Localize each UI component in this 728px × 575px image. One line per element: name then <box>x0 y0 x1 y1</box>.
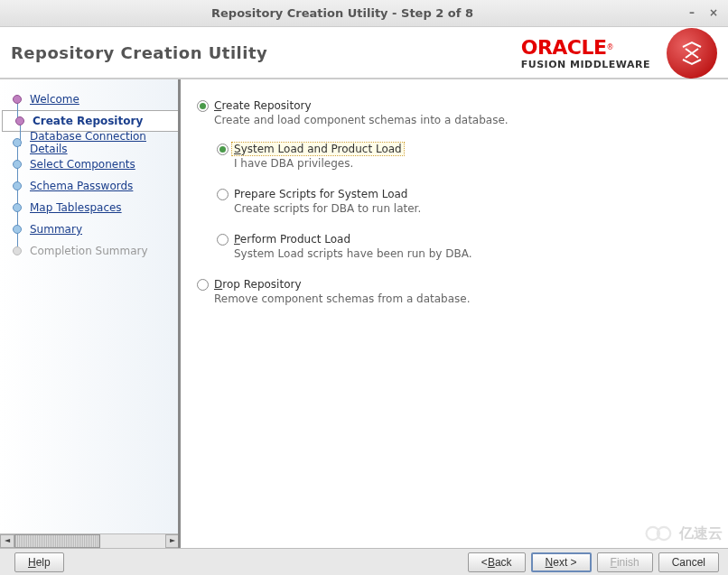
radio-icon <box>197 279 209 291</box>
step-label: Select Components <box>30 158 135 171</box>
oracle-circle-icon <box>667 28 717 79</box>
header-title: Repository Creation Utility <box>11 43 267 62</box>
step-bullet-icon <box>13 95 22 104</box>
step-label: Database Connection Details <box>30 130 180 155</box>
step-label: Schema Passwords <box>30 180 133 192</box>
help-button[interactable]: Help <box>14 552 64 572</box>
footer: Help < Back Next > Finish Cancel <box>0 548 728 575</box>
radio-icon <box>217 189 229 200</box>
radio-icon <box>217 144 229 155</box>
scroll-left-icon[interactable]: ◄ <box>0 534 14 548</box>
scrollbar-thumb[interactable] <box>14 534 100 548</box>
step-database-connection-details[interactable]: Database Connection Details <box>0 132 180 153</box>
drop-repository-desc: Remove component schemas from a database… <box>214 292 712 305</box>
option-label: Prepare Scripts for System Load <box>234 188 407 200</box>
radio-drop-repository[interactable]: Drop Repository <box>197 278 712 291</box>
option-desc: System Load scripts have been run by DBA… <box>234 247 712 260</box>
oracle-subtitle: FUSION MIDDLEWARE <box>521 59 650 70</box>
finish-button: Finish <box>597 552 653 572</box>
window-title: Repository Creation Utility - Step 2 of … <box>7 6 677 20</box>
minimize-button[interactable]: – <box>685 6 699 21</box>
create-repository-desc: Create and load component schemas into a… <box>214 114 712 126</box>
option-label: System Load and Product Load <box>232 143 404 155</box>
branding: ORACLE® FUSION MIDDLEWARE <box>521 27 728 79</box>
step-bullet-icon <box>13 181 22 190</box>
sidebar: WelcomeCreate RepositoryDatabase Connect… <box>0 79 181 548</box>
step-completion-summary: Completion Summary <box>0 240 180 262</box>
option-desc: I have DBA privileges. <box>234 157 712 170</box>
step-label: Summary <box>30 223 82 236</box>
step-label: Welcome <box>30 93 79 106</box>
radio-icon <box>217 234 229 246</box>
radio-create-repository[interactable]: Create Repository <box>197 99 712 112</box>
radio-icon <box>197 100 209 112</box>
cancel-button[interactable]: Cancel <box>658 552 719 572</box>
oracle-logo: ORACLE <box>521 36 607 59</box>
step-create-repository[interactable]: Create Repository <box>2 110 180 132</box>
back-button[interactable]: < Back <box>468 552 526 572</box>
step-bullet-icon <box>13 203 22 212</box>
close-button[interactable]: × <box>706 6 721 21</box>
radio-sub-option-2[interactable]: Perform Product Load <box>217 233 712 246</box>
content-pane: Create Repository Create and load compon… <box>178 79 728 548</box>
step-select-components[interactable]: Select Components <box>0 153 180 175</box>
step-schema-passwords[interactable]: Schema Passwords <box>0 175 180 197</box>
step-bullet-icon <box>13 225 22 234</box>
step-label: Map Tablespaces <box>30 201 122 214</box>
step-label: Completion Summary <box>30 245 148 257</box>
radio-sub-option-1[interactable]: Prepare Scripts for System Load <box>217 188 712 200</box>
step-bullet-icon <box>13 138 22 147</box>
step-bullet-icon <box>15 116 24 125</box>
sidebar-scrollbar[interactable]: ◄ ► <box>0 533 180 548</box>
option-label: Perform Product Load <box>234 233 350 246</box>
step-bullet-icon <box>13 246 22 255</box>
step-bullet-icon <box>13 160 22 169</box>
watermark: 亿速云 <box>643 523 723 544</box>
option-desc: Create scripts for DBA to run later. <box>234 202 712 215</box>
step-map-tablespaces[interactable]: Map Tablespaces <box>0 197 180 218</box>
step-welcome[interactable]: Welcome <box>0 88 180 110</box>
radio-sub-option-0[interactable]: System Load and Product Load <box>217 143 712 155</box>
header: Repository Creation Utility ORACLE® FUSI… <box>0 27 728 79</box>
step-summary[interactable]: Summary <box>0 218 180 240</box>
titlebar: Repository Creation Utility - Step 2 of … <box>0 0 728 27</box>
step-label: Create Repository <box>33 115 143 127</box>
next-button[interactable]: Next > <box>531 552 592 572</box>
